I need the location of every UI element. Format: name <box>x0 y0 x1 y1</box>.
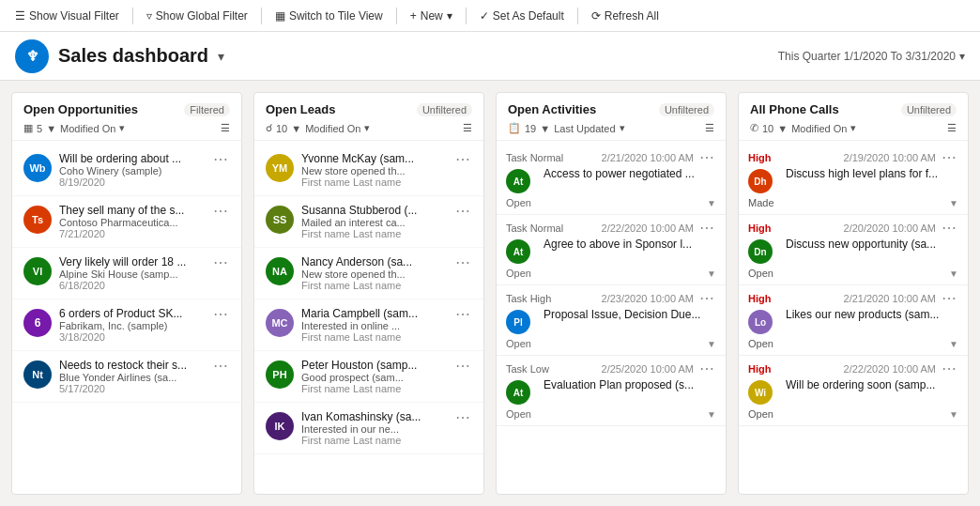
activity-item-3[interactable]: Task High 2/23/2020 10:00 AM ⋯ Pl Propos… <box>497 285 726 356</box>
avatar-ym: YM <box>266 154 294 182</box>
activity-item-1[interactable]: Task Normal 2/21/2020 10:00 AM ⋯ At Acce… <box>497 145 726 215</box>
phonecall-more-3[interactable]: ⋯ <box>940 291 958 306</box>
avatar-ph: PH <box>266 360 294 389</box>
phonecall-expand-4[interactable]: ▼ <box>949 409 958 420</box>
avatar-ss: SS <box>266 206 294 234</box>
opportunity-item-4[interactable]: 6 6 orders of Product SK... Fabrikam, In… <box>12 299 241 351</box>
activity-expand-2[interactable]: ▼ <box>707 268 716 279</box>
activity-status-3: Open <box>506 338 531 349</box>
activity-expand-4[interactable]: ▼ <box>707 409 716 420</box>
set-as-default-button[interactable]: ✓ Set As Default <box>472 6 572 26</box>
opportunity-date-3: 6/18/2020 <box>59 280 211 291</box>
opportunity-content-4: 6 orders of Product SK... Fabrikam, Inc.… <box>59 307 211 343</box>
header-left: ♆ Sales dashboard ▾ <box>15 39 224 73</box>
opportunity-title-4: 6 orders of Product SK... <box>59 307 211 320</box>
activities-sort-label[interactable]: Last Updated <box>554 123 615 134</box>
activity-expand-1[interactable]: ▼ <box>707 198 716 208</box>
opportunity-item-3[interactable]: Vl Very likely will order 18 ... Alpine … <box>12 248 241 299</box>
avatar-ik: IK <box>266 412 294 440</box>
lead-more-5[interactable]: ⋯ <box>453 359 472 374</box>
activity-more-1[interactable]: ⋯ <box>697 150 716 165</box>
activity-type-3: Task High <box>506 293 551 304</box>
lead-subtitle-4: Interested in online ... <box>301 320 453 331</box>
opportunities-sort-label[interactable]: Modified On <box>60 123 115 134</box>
leads-sort-arrow[interactable]: ▼ <box>291 123 301 134</box>
phonecall-expand-3[interactable]: ▼ <box>949 339 958 349</box>
activity-more-4[interactable]: ⋯ <box>697 361 716 376</box>
lead-more-4[interactable]: ⋯ <box>453 307 472 322</box>
phonecall-item-1[interactable]: High 2/19/2020 10:00 AM ⋯ Dh Discuss hig… <box>739 145 968 215</box>
activity-more-3[interactable]: ⋯ <box>697 291 716 306</box>
activities-count[interactable]: 19 <box>525 123 536 134</box>
avatar-ts: Ts <box>23 206 52 234</box>
show-global-filter-button[interactable]: ▿ Show Global Filter <box>139 6 255 26</box>
opportunities-sort-arrow[interactable]: ▼ <box>46 123 56 134</box>
lead-item-2[interactable]: SS Susanna Stubberod (... Mailed an inte… <box>254 196 483 248</box>
lead-meta-5: First name Last name <box>301 383 453 394</box>
activity-status-2: Open <box>506 268 531 279</box>
opportunity-more-5[interactable]: ⋯ <box>211 359 230 374</box>
leads-count[interactable]: 10 <box>276 123 287 134</box>
lead-subtitle-6: Interested in our ne... <box>301 423 453 435</box>
activities-sort-arrow[interactable]: ▼ <box>540 123 550 134</box>
main-content: Open Opportunities Filtered ▦ 5 ▼ Modifi… <box>0 81 980 506</box>
leads-title: Open Leads <box>266 102 335 116</box>
activity-more-2[interactable]: ⋯ <box>697 221 716 236</box>
phonecall-item-3[interactable]: High 2/21/2020 10:00 AM ⋯ Lo Likes our n… <box>739 285 968 356</box>
opportunity-item-2[interactable]: Ts They sell many of the s... Contoso Ph… <box>12 196 241 248</box>
activity-expand-3[interactable]: ▼ <box>707 339 716 349</box>
period-text: This Quarter 1/1/2020 To 3/31/2020 <box>778 50 956 63</box>
new-button[interactable]: + New ▾ <box>403 6 460 26</box>
phonecalls-sort-label[interactable]: Modified On <box>791 123 847 134</box>
activities-options-icon[interactable]: ☰ <box>705 122 714 134</box>
title-chevron-icon[interactable]: ▾ <box>218 49 224 64</box>
phonecall-more-4[interactable]: ⋯ <box>940 361 958 376</box>
lead-item-5[interactable]: PH Peter Houston (samp... Good prospect … <box>254 351 483 403</box>
leads-sort-label[interactable]: Modified On <box>305 123 360 134</box>
phonecalls-filter-row: ✆ 10 ▼ Modified On ▾ ☰ <box>750 122 957 134</box>
set-as-default-label: Set As Default <box>493 9 564 23</box>
opportunities-options-icon[interactable]: ☰ <box>221 122 230 134</box>
phonecall-date-2: 2/20/2020 10:00 AM <box>844 222 936 234</box>
phonecall-expand-1[interactable]: ▼ <box>949 198 958 208</box>
phonecalls-sort-chevron-icon[interactable]: ▾ <box>850 122 856 134</box>
opportunities-sort-chevron-icon[interactable]: ▾ <box>119 122 125 134</box>
opportunities-header: Open Opportunities Filtered ▦ 5 ▼ Modifi… <box>12 93 241 141</box>
opportunities-count[interactable]: 5 <box>37 123 42 134</box>
phonecall-more-2[interactable]: ⋯ <box>940 221 958 236</box>
activity-item-4[interactable]: Task Low 2/25/2020 10:00 AM ⋯ At Evaluat… <box>497 356 726 426</box>
phonecalls-count[interactable]: 10 <box>762 123 773 134</box>
lead-more-2[interactable]: ⋯ <box>453 204 472 219</box>
lead-item-4[interactable]: MC Maria Campbell (sam... Interested in … <box>254 299 483 351</box>
leads-list: YM Yvonne McKay (sam... New store opened… <box>254 141 483 494</box>
opportunity-item-1[interactable]: Wb Will be ordering about ... Coho Winer… <box>12 145 241 196</box>
leads-options-icon[interactable]: ☰ <box>463 122 472 134</box>
phonecall-more-1[interactable]: ⋯ <box>940 150 958 165</box>
phonecall-item-2[interactable]: High 2/20/2020 10:00 AM ⋯ Dn Discuss new… <box>739 215 968 285</box>
opportunity-more-3[interactable]: ⋯ <box>211 255 230 270</box>
opportunity-more-4[interactable]: ⋯ <box>211 307 230 322</box>
refresh-all-button[interactable]: ⟳ Refresh All <box>584 6 666 26</box>
period-chevron-icon[interactable]: ▾ <box>959 50 965 63</box>
lead-item-6[interactable]: IK Ivan Komashinsky (sa... Interested in… <box>254 403 483 454</box>
opportunity-company-2: Contoso Pharmaceutica... <box>59 217 211 228</box>
switch-tile-view-button[interactable]: ▦ Switch to Tile View <box>268 6 390 26</box>
phonecall-item-4[interactable]: High 2/22/2020 10:00 AM ⋯ Wi Will be ord… <box>739 356 968 426</box>
opportunity-item-5[interactable]: Nt Needs to restock their s... Blue Yond… <box>12 351 241 403</box>
lead-item-1[interactable]: YM Yvonne McKay (sam... New store opened… <box>254 145 483 196</box>
phonecalls-sort-arrow[interactable]: ▼ <box>777 123 788 134</box>
lead-more-1[interactable]: ⋯ <box>453 152 472 167</box>
avatar-vl: Vl <box>23 257 52 285</box>
opportunity-more-1[interactable]: ⋯ <box>211 152 230 167</box>
lead-more-3[interactable]: ⋯ <box>453 255 472 270</box>
lead-item-3[interactable]: NA Nancy Anderson (sa... New store opene… <box>254 248 483 299</box>
phonecall-expand-2[interactable]: ▼ <box>949 268 958 279</box>
activity-item-2[interactable]: Task Normal 2/22/2020 10:00 AM ⋯ At Agre… <box>497 215 726 285</box>
phonecalls-options-icon[interactable]: ☰ <box>947 122 957 134</box>
opportunity-more-2[interactable]: ⋯ <box>211 204 230 219</box>
lead-more-6[interactable]: ⋯ <box>453 410 472 425</box>
activities-sort-chevron-icon[interactable]: ▾ <box>620 122 625 134</box>
leads-sort-chevron-icon[interactable]: ▾ <box>364 122 370 134</box>
phonecall-avatar-2: Dn <box>748 239 773 264</box>
show-visual-filter-button[interactable]: ☰ Show Visual Filter <box>8 6 127 26</box>
